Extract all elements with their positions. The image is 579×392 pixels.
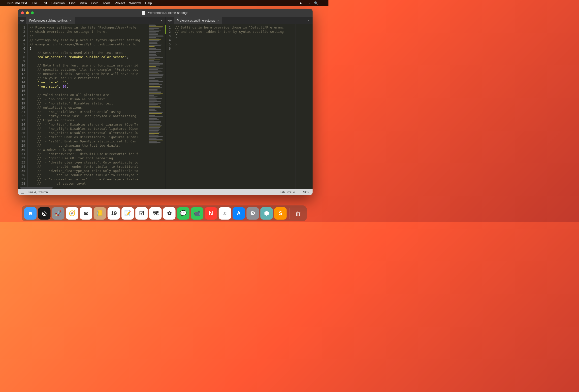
right-tabbar: ◀ ▶ Preferences.sublime-settings × ▼ <box>165 17 313 24</box>
scrollbar-thumb[interactable] <box>20 187 53 189</box>
right-tab[interactable]: Preferences.sublime-settings × <box>174 17 222 24</box>
menubar: Sublime Text File Edit Selection Find Vi… <box>0 0 328 6</box>
left-gutter: 1234567891011121314151617181920212223242… <box>18 24 28 189</box>
minimap[interactable] <box>295 24 313 189</box>
menu-selection[interactable]: Selection <box>51 1 65 5</box>
menu-tools[interactable]: Tools <box>103 1 110 5</box>
right-tab-label: Preferences.sublime-settings <box>177 19 215 22</box>
maximize-button[interactable] <box>31 11 34 14</box>
dock-appstore[interactable]: A <box>233 207 245 220</box>
dock-contacts[interactable]: 📒 <box>94 207 106 220</box>
left-tabbar: ◀ ▶ Preferences.sublime-settings × ▼ <box>18 17 165 24</box>
statusbar: Line 4, Column 5 Tab Size: 4 JSON <box>18 189 313 195</box>
menu-view[interactable]: View <box>80 1 87 5</box>
dock-atom[interactable]: ⬢ <box>261 207 273 220</box>
left-tab[interactable]: Preferences.sublime-settings × <box>26 17 75 24</box>
document-icon <box>142 11 145 15</box>
tab-dropdown-icon[interactable]: ▼ <box>158 17 165 24</box>
dock-trash[interactable]: 🗑 <box>292 207 304 220</box>
dock-launchpad[interactable]: 🚀 <box>52 207 65 220</box>
spotlight-icon[interactable]: 🔍 <box>314 1 318 5</box>
nav-forward-icon[interactable]: ▶ <box>170 19 172 22</box>
close-button[interactable] <box>21 11 24 14</box>
left-tab-label: Preferences.sublime-settings <box>29 19 68 22</box>
menu-project[interactable]: Project <box>115 1 125 5</box>
menu-edit[interactable]: Edit <box>41 1 47 5</box>
menu-help[interactable]: Help <box>145 1 152 5</box>
tab-dropdown-icon[interactable]: ▼ <box>305 17 313 24</box>
close-icon[interactable]: × <box>217 19 219 23</box>
status-position: Line 4, Column 5 <box>28 191 50 194</box>
nav-back-icon[interactable]: ◀ <box>20 19 22 22</box>
right-pane: ◀ ▶ Preferences.sublime-settings × ▼ 123… <box>165 17 313 189</box>
menu-file[interactable]: File <box>32 1 37 5</box>
dock-mail[interactable]: ✉ <box>80 207 92 220</box>
minimap[interactable] <box>148 24 165 189</box>
titlebar[interactable]: Preferences.sublime-settings <box>18 9 313 17</box>
dock-facetime[interactable]: 📹 <box>191 207 203 220</box>
nav-forward-icon[interactable]: ▶ <box>22 19 24 22</box>
dock-sublime[interactable]: S <box>274 207 287 220</box>
left-editor[interactable]: 1234567891011121314151617181920212223242… <box>18 24 165 189</box>
dock-reminders[interactable]: ☑ <box>136 207 148 220</box>
right-gutter: 123456 <box>165 24 173 189</box>
menu-find[interactable]: Find <box>69 1 75 5</box>
menu-app[interactable]: Sublime Text <box>7 1 27 5</box>
nav-back-icon[interactable]: ◀ <box>167 19 169 22</box>
panel-switcher-icon[interactable] <box>21 191 24 194</box>
dock-preferences[interactable]: ⚙ <box>247 207 259 220</box>
status-syntax[interactable]: JSON <box>302 191 310 194</box>
horizontal-scrollbar[interactable] <box>18 187 148 189</box>
display-icon[interactable]: ▭ <box>307 1 310 5</box>
dock-maps[interactable]: 🗺 <box>149 207 162 220</box>
close-icon[interactable]: × <box>70 19 72 23</box>
right-code[interactable]: // Settings in here override those in "D… <box>173 24 295 189</box>
menu-window[interactable]: Window <box>129 1 141 5</box>
dock-separator <box>289 208 290 219</box>
status-tab-size[interactable]: Tab Size: 4 <box>280 191 295 194</box>
dock-calendar[interactable]: 19 <box>108 207 120 220</box>
dock-finder[interactable]: ☻ <box>24 207 37 220</box>
cursor-icon[interactable]: ➤ <box>299 1 302 5</box>
dock-siri[interactable]: ◎ <box>38 207 51 220</box>
right-editor[interactable]: 123456 // Settings in here override thos… <box>165 24 313 189</box>
dock: ☻◎🚀🧭✉📒19📝☑🗺✿💬📹N♫A⚙⬢S🗑 <box>22 205 307 221</box>
controlcenter-icon[interactable]: ☰ <box>322 1 325 5</box>
minimize-button[interactable] <box>26 11 29 14</box>
dock-itunes[interactable]: ♫ <box>219 207 231 220</box>
menu-goto[interactable]: Goto <box>91 1 98 5</box>
window-title: Preferences.sublime-settings <box>146 11 188 15</box>
dock-messages[interactable]: 💬 <box>177 207 190 220</box>
dock-photos[interactable]: ✿ <box>163 207 176 220</box>
left-pane: ◀ ▶ Preferences.sublime-settings × ▼ 123… <box>18 17 165 189</box>
dock-news[interactable]: N <box>205 207 217 220</box>
dock-notes[interactable]: 📝 <box>122 207 134 220</box>
left-code[interactable]: // Place your settings in the file "Pack… <box>28 24 148 189</box>
change-marker <box>165 25 166 34</box>
sublime-window: Preferences.sublime-settings ◀ ▶ Prefere… <box>18 9 313 195</box>
dock-safari[interactable]: 🧭 <box>66 207 78 220</box>
